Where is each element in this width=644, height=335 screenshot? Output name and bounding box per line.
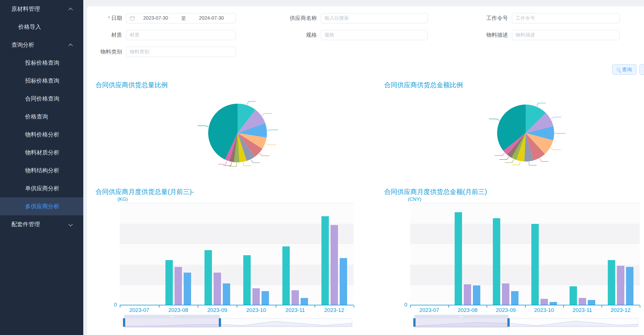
material-desc-input[interactable]: [512, 30, 619, 40]
sidebar-item-query-analysis[interactable]: 查询分析: [0, 36, 83, 54]
x-axis-label: 2023-08: [161, 307, 195, 313]
pie-label-leader-line: [550, 148, 561, 150]
material-input[interactable]: [126, 30, 236, 40]
x-axis-tick: [525, 305, 526, 308]
sidebar-item-tender-price-query[interactable]: 招标价格查询: [0, 72, 83, 90]
datazoom-selected-window[interactable]: [414, 318, 509, 328]
material-desc-field-row: 物料描述: [475, 30, 619, 40]
clipped-secondary-button[interactable]: [639, 64, 644, 75]
pie-label-leader-line: [243, 162, 251, 166]
bar[interactable]: [204, 250, 212, 305]
bar[interactable]: [214, 273, 221, 305]
bar[interactable]: [550, 302, 557, 305]
bar[interactable]: [165, 260, 173, 305]
bar[interactable]: [223, 283, 230, 305]
bar[interactable]: [340, 258, 347, 305]
pie-label-leader-line: [247, 101, 256, 105]
sidebar-item-accessories-management[interactable]: 配套件管理: [0, 215, 83, 233]
calendar-icon: [130, 16, 135, 21]
pie-label-leader-line: [489, 119, 499, 120]
datazoom-move-handle[interactable]: [414, 315, 509, 318]
datazoom-left-handle[interactable]: [123, 318, 125, 327]
x-axis-label: 2023-09: [200, 307, 234, 313]
search-icon: [617, 68, 620, 71]
bar[interactable]: [626, 267, 633, 305]
bar[interactable]: [331, 225, 338, 305]
x-axis-label: 2023-07: [122, 307, 156, 313]
bar[interactable]: [184, 273, 191, 305]
date-start-value[interactable]: 2023-07-30: [135, 15, 177, 21]
query-button[interactable]: 查询: [612, 64, 637, 75]
bar[interactable]: [473, 285, 480, 305]
bar-chart-1-title: 合同供应商月度供货总量(月前三)-: [96, 187, 194, 196]
pie-label-leader-line: [499, 157, 509, 160]
datazoom-left-handle[interactable]: [413, 318, 416, 327]
material-category-input[interactable]: [126, 47, 236, 57]
date-range-input[interactable]: 2023-07-30 至 2024-07-30: [126, 13, 236, 23]
sidebar-item-label: 合同价格查询: [25, 95, 59, 103]
sidebar-item-material-texture-analysis[interactable]: 物料材质分析: [0, 144, 83, 162]
work-order-input[interactable]: [512, 13, 619, 23]
sidebar-item-price-import[interactable]: 价格导入: [0, 18, 83, 36]
bar[interactable]: [252, 288, 260, 305]
spec-input[interactable]: [321, 30, 428, 40]
bar[interactable]: [570, 286, 577, 305]
date-end-value[interactable]: 2024-07-30: [191, 15, 232, 21]
bar[interactable]: [579, 298, 586, 305]
datazoom-right-handle[interactable]: [219, 318, 221, 327]
bar[interactable]: [291, 290, 299, 305]
date-separator: 至: [177, 15, 191, 22]
pie-label-leader-line: [251, 160, 260, 163]
datazoom-selected-window[interactable]: [124, 318, 220, 328]
pie-chart-supply-amount[interactable]: [480, 93, 571, 173]
bar[interactable]: [282, 246, 290, 305]
sidebar-item-label: 招标价格查询: [25, 77, 59, 85]
bar-chart-supply-amount-plot[interactable]: [410, 203, 640, 305]
supplier-input[interactable]: [321, 13, 428, 23]
sidebar-item-material-price-analysis[interactable]: 物料价格分析: [0, 126, 83, 144]
sidebar-item-contract-price-query[interactable]: 合同价格查询: [0, 90, 83, 108]
sidebar-item-bid-price-query[interactable]: 投标价格查询: [0, 54, 83, 72]
bar[interactable]: [455, 212, 462, 305]
bar[interactable]: [511, 291, 519, 305]
bar[interactable]: [617, 266, 624, 305]
sidebar-item-raw-materials[interactable]: 原材料管理: [0, 0, 83, 18]
bar[interactable]: [608, 260, 615, 305]
bar[interactable]: [502, 283, 509, 305]
chevron-up-icon[interactable]: [69, 7, 72, 11]
sidebar-item-label: 投标价格查询: [25, 59, 59, 67]
sidebar-item-multi-supplier-analysis[interactable]: 多供应商分析: [0, 197, 83, 215]
bar[interactable]: [464, 284, 471, 305]
sidebar-item-price-query[interactable]: 价格查询: [0, 108, 83, 126]
datazoom-move-handle[interactable]: [124, 315, 220, 318]
bar[interactable]: [540, 299, 548, 305]
pie-label-leader-line: [551, 117, 561, 119]
sidebar-item-label: 查询分析: [11, 41, 34, 49]
sidebar-item-single-supplier-analysis[interactable]: 单供应商分析: [0, 179, 83, 197]
bar[interactable]: [588, 300, 595, 305]
material-field-row: 材质: [94, 30, 236, 40]
sidebar-item-material-structure-analysis[interactable]: 物料结构分析: [0, 162, 83, 179]
x-axis-tick: [640, 305, 640, 308]
datazoom-slider-track[interactable]: [124, 318, 352, 327]
bar-chart-supply-quantity-plot[interactable]: [120, 203, 354, 305]
bar[interactable]: [301, 298, 308, 305]
x-axis-tick: [276, 305, 276, 308]
bar[interactable]: [321, 216, 329, 305]
spec-field-row: 规格: [274, 30, 428, 40]
supplier-label: 供应商名称: [274, 15, 321, 22]
bar[interactable]: [493, 218, 500, 305]
x-axis-label: 2023-10: [239, 307, 273, 313]
bar[interactable]: [262, 291, 269, 305]
datazoom-slider-track[interactable]: [414, 318, 638, 327]
datazoom-grip-icon: [170, 316, 174, 317]
x-axis-tick: [354, 305, 354, 308]
pie-chart-supply-quantity[interactable]: [192, 93, 283, 173]
chevron-up-icon[interactable]: [69, 43, 72, 47]
bar[interactable]: [531, 224, 539, 305]
chevron-down-icon[interactable]: [69, 223, 72, 226]
datazoom-right-handle[interactable]: [507, 318, 510, 327]
bar[interactable]: [243, 255, 251, 305]
pie-label-leader-line: [537, 103, 546, 106]
bar[interactable]: [175, 267, 182, 305]
